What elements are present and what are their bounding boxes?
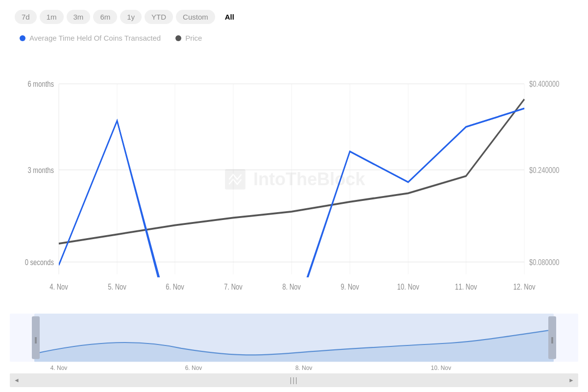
svg-text:$0.400000: $0.400000 [529,80,559,89]
svg-text:10. Nov: 10. Nov [431,364,451,371]
svg-text:10. Nov: 10. Nov [397,283,419,292]
legend-dot-dark [175,35,181,41]
scrollbar-handle[interactable]: ||| [20,376,568,384]
svg-text:‖: ‖ [34,337,38,344]
scrollbar-dots[interactable]: ||| [290,376,298,384]
svg-text:6 months: 6 months [28,80,54,89]
svg-text:6. Nov: 6. Nov [166,283,184,292]
time-btn-1y[interactable]: 1y [120,10,142,24]
navigator-svg: ‖ ‖ 4. Nov 6. Nov 8. Nov 10. Nov [10,314,578,372]
main-chart-area: IntoTheBlock 6 months 3 months [10,47,578,311]
svg-text:8. Nov: 8. Nov [295,364,313,371]
svg-text:11. Nov: 11. Nov [455,283,477,292]
svg-text:6. Nov: 6. Nov [185,364,202,371]
main-container: 7d1m3m6m1yYTDCustomAll Average Time Held… [0,0,588,392]
svg-text:3 months: 3 months [28,166,54,175]
svg-text:9. Nov: 9. Nov [341,283,359,292]
chart-wrapper: IntoTheBlock 6 months 3 months [10,47,578,387]
scroll-right-arrow[interactable]: ► [568,377,574,384]
legend-label-held: Average Time Held Of Coins Transacted [29,34,161,42]
svg-text:8. Nov: 8. Nov [282,283,301,292]
legend-label-price: Price [185,34,202,42]
time-range-selector: 7d1m3m6m1yYTDCustomAll [10,10,578,24]
navigator-area: ‖ ‖ 4. Nov 6. Nov 8. Nov 10. Nov [10,314,578,372]
time-btn-6m[interactable]: 6m [93,10,117,24]
scrollbar[interactable]: ◄ ||| ► [10,373,578,387]
svg-text:4. Nov: 4. Nov [50,364,68,371]
svg-text:7. Nov: 7. Nov [224,283,243,292]
time-btn-1m[interactable]: 1m [40,10,64,24]
main-chart-svg: 6 months 3 months 0 seconds $0.400000 $0… [10,47,578,311]
time-btn-7d[interactable]: 7d [15,10,37,24]
svg-text:$0.080000: $0.080000 [529,258,559,267]
svg-text:‖: ‖ [551,337,554,344]
scroll-left-arrow[interactable]: ◄ [14,377,20,384]
legend-item-held: Average Time Held Of Coins Transacted [20,34,161,42]
svg-text:4. Nov: 4. Nov [49,283,68,292]
svg-text:12. Nov: 12. Nov [514,283,536,292]
chart-legend: Average Time Held Of Coins Transacted Pr… [10,34,578,42]
time-btn-ytd[interactable]: YTD [145,10,173,24]
time-btn-3m[interactable]: 3m [67,10,91,24]
time-btn-all[interactable]: All [218,10,241,24]
svg-text:$0.240000: $0.240000 [529,166,559,175]
time-btn-custom[interactable]: Custom [176,10,215,24]
legend-item-price: Price [175,34,202,42]
svg-text:0 seconds: 0 seconds [25,258,54,267]
legend-dot-blue [20,35,25,41]
svg-text:5. Nov: 5. Nov [108,283,126,292]
